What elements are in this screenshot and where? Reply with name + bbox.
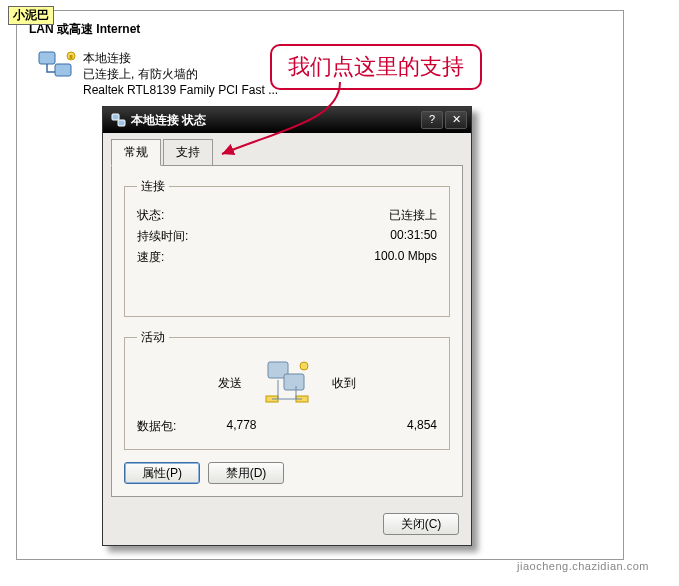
speed-value: 100.0 Mbps bbox=[374, 249, 437, 266]
packets-label: 数据包: bbox=[137, 418, 176, 435]
sent-label: 发送 bbox=[218, 375, 242, 392]
status-value: 已连接上 bbox=[389, 207, 437, 224]
close-button[interactable]: 关闭(C) bbox=[383, 513, 459, 535]
recv-value: 4,854 bbox=[307, 418, 437, 435]
disable-button[interactable]: 禁用(D) bbox=[208, 462, 284, 484]
connection-status-dialog: 本地连接 状态 ? ✕ 常规 支持 连接 状态: 已连接上 持续时间: 00:3… bbox=[102, 106, 472, 546]
svg-rect-7 bbox=[284, 374, 304, 390]
connection-legend: 连接 bbox=[137, 178, 169, 195]
network-adapter-icon bbox=[37, 50, 77, 86]
svg-point-8 bbox=[300, 362, 308, 370]
connection-adapter: Realtek RTL8139 Family PCI Fast ... bbox=[83, 82, 278, 98]
recv-label: 收到 bbox=[332, 375, 356, 392]
dialog-icon bbox=[111, 112, 127, 128]
close-x-button[interactable]: ✕ bbox=[445, 111, 467, 129]
duration-value: 00:31:50 bbox=[390, 228, 437, 245]
annotation-callout: 我们点这里的支持 bbox=[270, 44, 482, 90]
sent-value: 4,778 bbox=[176, 418, 306, 435]
tab-support[interactable]: 支持 bbox=[163, 139, 213, 166]
title-bar[interactable]: 本地连接 状态 ? ✕ bbox=[103, 107, 471, 133]
properties-button[interactable]: 属性(P) bbox=[124, 462, 200, 484]
help-button[interactable]: ? bbox=[421, 111, 443, 129]
svg-rect-4 bbox=[112, 114, 119, 120]
section-heading: LAN 或高速 Internet bbox=[17, 11, 623, 42]
activity-fieldset: 活动 发送 收到 bbox=[124, 329, 450, 450]
watermark: jiaocheng.chazidian.com bbox=[517, 560, 649, 572]
svg-rect-5 bbox=[118, 120, 125, 126]
svg-rect-0 bbox=[39, 52, 55, 64]
tag-label: 小泥巴 bbox=[8, 6, 54, 25]
activity-icon bbox=[262, 360, 312, 406]
duration-label: 持续时间: bbox=[137, 228, 188, 245]
status-label: 状态: bbox=[137, 207, 164, 224]
dialog-title: 本地连接 状态 bbox=[131, 112, 419, 129]
svg-rect-1 bbox=[55, 64, 71, 76]
connection-status-line: 已连接上, 有防火墙的 bbox=[83, 66, 278, 82]
svg-rect-3 bbox=[70, 55, 73, 59]
connection-fieldset: 连接 状态: 已连接上 持续时间: 00:31:50 速度: 100.0 Mbp… bbox=[124, 178, 450, 317]
connection-name: 本地连接 bbox=[83, 50, 278, 66]
tab-general[interactable]: 常规 bbox=[111, 139, 161, 166]
activity-legend: 活动 bbox=[137, 329, 169, 346]
speed-label: 速度: bbox=[137, 249, 164, 266]
